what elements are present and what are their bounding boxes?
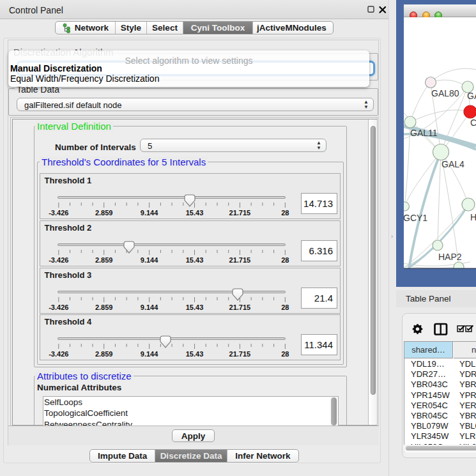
svg-text:GAL80: GAL80: [431, 88, 459, 98]
svg-text:GCY1: GCY1: [404, 213, 427, 223]
svg-text:GA: GA: [467, 91, 476, 101]
svg-text:C: C: [470, 118, 476, 128]
svg-text:GAL4: GAL4: [441, 159, 464, 169]
svg-text:GAL11: GAL11: [410, 128, 438, 138]
svg-text:HAP2: HAP2: [438, 252, 462, 262]
svg-text:H: H: [470, 212, 476, 222]
